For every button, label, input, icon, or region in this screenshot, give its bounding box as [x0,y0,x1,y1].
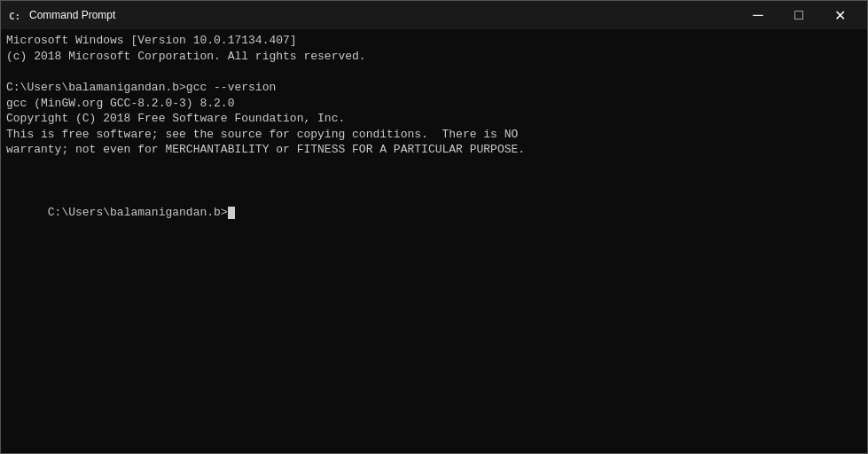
terminal-body[interactable]: Microsoft Windows [Version 10.0.17134.40… [1,29,867,453]
cmd-icon: C: [8,8,22,22]
minimize-button[interactable]: ─ [738,1,778,29]
terminal-line-4: C:\Users\balamanigandan.b>gcc --version [6,80,862,96]
terminal-empty-2 [6,158,862,174]
svg-text:C:: C: [9,11,20,22]
terminal-line-6: Copyright (C) 2018 Free Software Foundat… [6,111,862,127]
close-button[interactable]: ✕ [819,1,860,29]
terminal-line-1: Microsoft Windows [Version 10.0.17134.40… [6,33,862,49]
terminal-line-2: (c) 2018 Microsoft Corporation. All righ… [6,49,862,65]
terminal-line-5: gcc (MinGW.org GCC-8.2.0-3) 8.2.0 [6,96,862,112]
title-bar: C: Command Prompt ─ □ ✕ [1,1,867,29]
title-bar-left: C: Command Prompt [8,8,115,22]
terminal-cursor [228,207,235,219]
title-bar-controls: ─ □ ✕ [738,1,860,29]
terminal-prompt: C:\Users\balamanigandan.b> [48,206,228,219]
window-title: Command Prompt [29,9,115,21]
maximize-button[interactable]: □ [778,1,819,29]
terminal-line-8: warranty; not even for MERCHANTABILITY o… [6,142,862,158]
terminal-line-7: This is free software; see the source fo… [6,127,862,143]
terminal-empty-3 [6,174,862,190]
terminal-prompt-line: C:\Users\balamanigandan.b> [6,190,862,237]
terminal-empty-1 [6,64,862,80]
command-prompt-window: C: Command Prompt ─ □ ✕ Microsoft Window… [0,0,868,454]
